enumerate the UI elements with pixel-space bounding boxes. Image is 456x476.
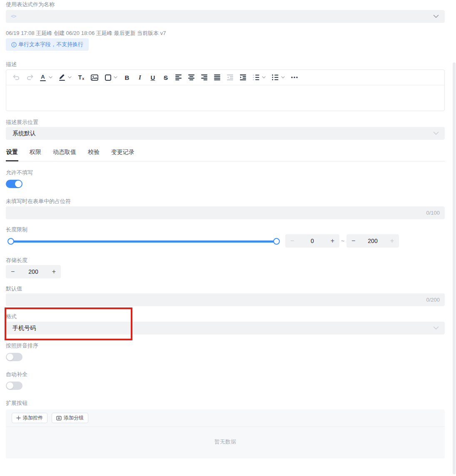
bold-button[interactable]: B <box>124 72 130 82</box>
default-value-label: 默认值 <box>6 285 22 293</box>
strikethrough-button[interactable]: S <box>162 72 169 82</box>
info-icon <box>11 42 17 47</box>
outdent-icon[interactable] <box>227 72 234 82</box>
expression-label: 使用表达式作为名称 <box>6 1 55 8</box>
plus-button[interactable]: + <box>52 268 56 275</box>
autocomplete-toggle[interactable] <box>6 382 22 390</box>
extension-label: 扩展按钮 <box>6 399 27 407</box>
redo-icon[interactable] <box>26 72 33 82</box>
pinyin-sort-label: 按照拼音排序 <box>6 342 38 350</box>
min-length-value[interactable]: 0 <box>311 238 314 244</box>
minus-button[interactable]: − <box>11 268 15 275</box>
add-widget-button[interactable]: 添加控件 <box>12 413 47 423</box>
chevron-down-icon[interactable] <box>49 76 52 79</box>
range-separator: ~ <box>341 238 344 244</box>
undo-icon[interactable] <box>13 72 20 82</box>
font-color-icon[interactable]: A <box>40 72 46 82</box>
plus-button[interactable]: + <box>331 238 334 244</box>
format-select[interactable]: 手机号码 <box>6 322 445 335</box>
tab-validation[interactable]: 校验 <box>87 149 100 161</box>
editor-content-area[interactable] <box>6 85 444 111</box>
char-counter: 0/100 <box>426 206 440 219</box>
settings-tabs: 设置 权限 动态取值 校验 变更记录 <box>6 149 445 161</box>
description-label: 描述 <box>6 61 17 68</box>
align-justify-icon[interactable] <box>214 72 221 82</box>
tab-dynamic-value[interactable]: 动态取值 <box>52 149 77 161</box>
format-value: 手机号码 <box>12 322 36 335</box>
align-right-icon[interactable] <box>201 72 208 82</box>
minus-button[interactable]: − <box>351 238 355 244</box>
image-icon[interactable] <box>91 72 98 82</box>
slider-handle-min[interactable] <box>7 238 14 245</box>
desc-position-select[interactable]: 系统默认 <box>6 127 445 140</box>
chevron-down-icon[interactable] <box>433 326 439 330</box>
field-settings-panel: 使用表达式作为名称 <> 06/19 17:08 王延峰 创建 06/20 18… <box>0 0 456 476</box>
chevron-down-icon[interactable] <box>114 76 117 79</box>
clear-format-icon[interactable]: Tx <box>78 72 85 82</box>
storage-length-value[interactable]: 200 <box>28 268 38 275</box>
editor-toolbar: A Tx B I <box>6 70 444 85</box>
tab-settings[interactable]: 设置 <box>6 149 18 161</box>
chevron-down-icon[interactable] <box>433 15 439 18</box>
align-center-icon[interactable] <box>188 72 195 82</box>
italic-button[interactable]: I <box>137 72 143 82</box>
bullet-list-icon[interactable] <box>272 72 279 82</box>
code-icon: <> <box>11 10 16 23</box>
ordered-list-icon[interactable] <box>253 72 259 82</box>
field-type-hint-badge: 单行文本字段，不支持换行 <box>6 38 89 51</box>
storage-length-label: 存储长度 <box>6 257 27 264</box>
more-icon[interactable] <box>291 72 298 82</box>
length-limit-label: 长度限制 <box>6 226 27 233</box>
indent-icon[interactable] <box>240 72 247 82</box>
tab-change-log[interactable]: 变更记录 <box>111 149 135 161</box>
pinyin-sort-toggle[interactable] <box>6 353 22 361</box>
slider-handle-max[interactable] <box>273 238 280 245</box>
max-length-stepper: − 200 + <box>346 234 399 248</box>
version-meta: 06/19 17:08 王延峰 创建 06/20 18:06 王延峰 最后更新 … <box>6 30 166 37</box>
underline-button[interactable]: U <box>150 72 156 82</box>
align-left-icon[interactable] <box>175 72 182 82</box>
chevron-down-icon[interactable] <box>68 76 72 79</box>
autocomplete-label: 自动补全 <box>6 371 27 378</box>
expression-input[interactable]: <> <box>6 10 445 23</box>
plus-icon <box>16 416 21 420</box>
rich-text-editor: A Tx B I <box>6 69 445 111</box>
add-group-button[interactable]: 添加分组 <box>52 413 88 423</box>
allow-blank-label: 允许不填写 <box>6 169 33 176</box>
chevron-down-icon[interactable] <box>262 76 266 79</box>
toggle-knob <box>15 181 22 187</box>
vertical-scrollbar[interactable] <box>453 62 456 474</box>
minus-button[interactable]: − <box>290 238 294 244</box>
max-length-value[interactable]: 200 <box>368 238 377 244</box>
add-group-icon <box>56 416 62 421</box>
format-label: 格式 <box>6 313 17 320</box>
allow-blank-toggle[interactable] <box>6 180 22 188</box>
highlight-pen-icon[interactable] <box>59 72 65 82</box>
char-counter: 0/200 <box>426 293 440 306</box>
toggle-knob <box>7 354 13 360</box>
table-icon[interactable] <box>105 72 111 82</box>
extension-panel: 添加控件 添加分组 暂无数据 <box>6 409 445 459</box>
tab-permissions[interactable]: 权限 <box>29 149 42 161</box>
empty-state-text: 暂无数据 <box>6 438 445 446</box>
placeholder-label: 未填写时在表单中的占位符 <box>6 198 71 205</box>
storage-length-stepper: − 200 + <box>6 265 61 278</box>
toggle-knob <box>7 382 13 389</box>
min-length-stepper: − 0 + <box>285 234 339 248</box>
desc-position-label: 描述展示位置 <box>6 119 38 126</box>
chevron-down-icon[interactable] <box>433 131 439 135</box>
divider <box>6 426 445 427</box>
plus-button[interactable]: + <box>390 238 394 244</box>
chevron-down-icon[interactable] <box>281 76 285 79</box>
hint-text: 单行文本字段，不支持换行 <box>18 41 83 48</box>
length-slider-track[interactable] <box>8 240 277 243</box>
default-value-input[interactable]: 0/200 <box>6 293 445 306</box>
placeholder-input[interactable]: 0/100 <box>6 206 445 219</box>
desc-position-value: 系统默认 <box>12 127 36 140</box>
